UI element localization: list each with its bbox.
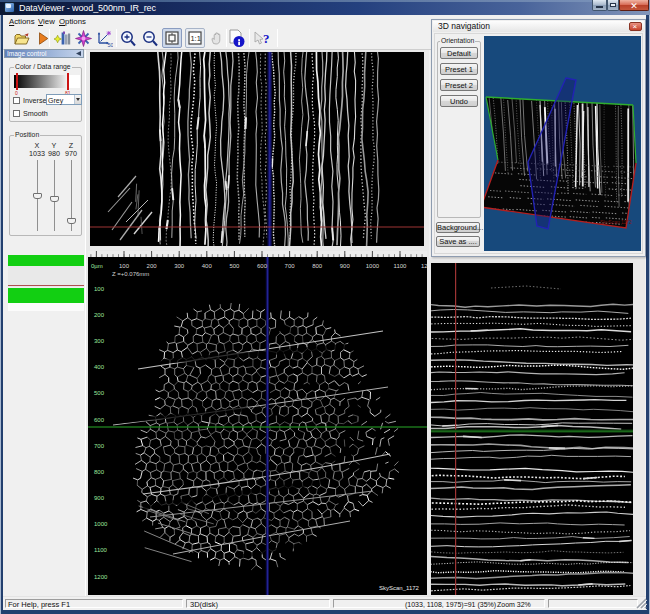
svg-text:1000: 1000 xyxy=(94,521,108,527)
svg-text:50: 50 xyxy=(108,42,114,48)
svg-text:900: 900 xyxy=(340,263,351,269)
svg-text:0µm: 0µm xyxy=(91,263,103,269)
svg-text:500: 500 xyxy=(94,390,105,396)
svg-text:400: 400 xyxy=(202,263,213,269)
svg-text:300: 300 xyxy=(174,263,185,269)
svg-text:1200: 1200 xyxy=(421,263,427,269)
svg-text:1100: 1100 xyxy=(94,547,108,553)
svg-text:1000: 1000 xyxy=(366,263,380,269)
svg-text:600: 600 xyxy=(94,417,105,423)
svg-text:100: 100 xyxy=(119,263,130,269)
svg-text:600: 600 xyxy=(257,263,268,269)
svg-text:400: 400 xyxy=(94,364,105,370)
svg-text:100: 100 xyxy=(94,286,105,292)
svg-text:1100: 1100 xyxy=(394,263,408,269)
svg-text:800: 800 xyxy=(312,263,323,269)
svg-text:700: 700 xyxy=(94,443,105,449)
svg-text:200: 200 xyxy=(147,263,158,269)
svg-text:Z =+0.076mm: Z =+0.076mm xyxy=(112,271,149,277)
svg-text:500: 500 xyxy=(229,263,240,269)
svg-text:300: 300 xyxy=(94,338,105,344)
svg-text:800: 800 xyxy=(94,469,105,475)
svg-text:?: ? xyxy=(263,31,270,46)
svg-text:200: 200 xyxy=(94,312,105,318)
svg-text:SkyScan 1172: SkyScan 1172 xyxy=(600,219,632,225)
svg-text:SkyScan_1172: SkyScan_1172 xyxy=(379,585,420,591)
svg-text:1:1: 1:1 xyxy=(190,34,200,43)
svg-text:1200: 1200 xyxy=(94,574,108,580)
svg-text:900: 900 xyxy=(94,495,105,501)
svg-text:700: 700 xyxy=(285,263,296,269)
